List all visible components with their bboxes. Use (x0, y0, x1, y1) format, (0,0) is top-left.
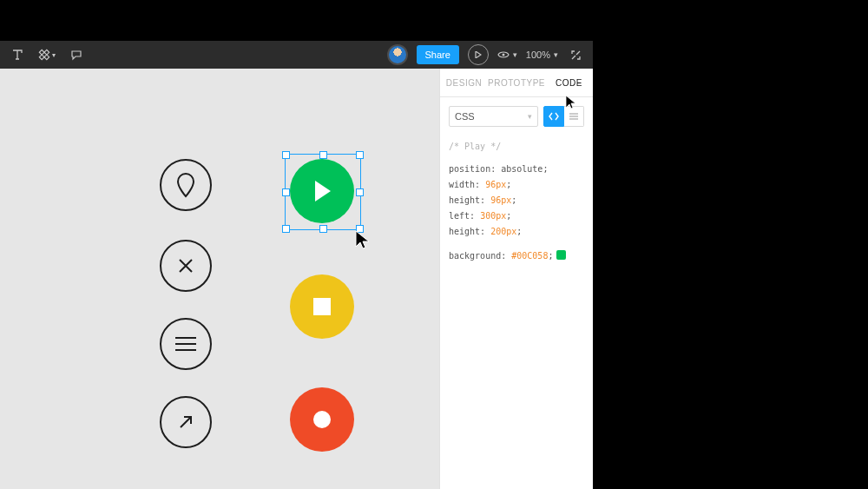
code-lang-value: CSS (455, 111, 475, 122)
comment-tool-icon[interactable] (68, 46, 85, 63)
present-button[interactable] (468, 44, 489, 65)
visibility-dropdown[interactable]: ▾ (497, 50, 517, 59)
inspector-panel: DESIGN PROTOTYPE CODE CSS ▾ /* Play */ (439, 69, 593, 489)
avatar[interactable] (387, 44, 408, 65)
text-tool-icon[interactable] (9, 46, 26, 63)
outline-menu-icon[interactable] (160, 318, 212, 370)
tab-code[interactable]: CODE (545, 78, 593, 88)
share-button[interactable]: Share (417, 45, 459, 64)
outline-close-icon[interactable] (160, 240, 212, 292)
zoom-label: 100% (526, 50, 550, 60)
svg-point-4 (502, 54, 504, 56)
outline-pin-icon[interactable] (160, 159, 212, 211)
code-lang-select[interactable]: CSS ▾ (449, 106, 538, 127)
chevron-down-icon: ▾ (528, 112, 532, 121)
record-shape[interactable] (290, 387, 354, 452)
code-output: /* Play */ position: absolute; width: 96… (440, 127, 593, 276)
svg-rect-2 (39, 50, 44, 55)
code-comment: /* Play */ (449, 139, 584, 155)
expand-icon[interactable] (567, 46, 584, 63)
code-view-list-icon[interactable] (564, 106, 584, 127)
zoom-level[interactable]: 100%▾ (526, 50, 558, 60)
tab-prototype[interactable]: PROTOTYPE (488, 78, 545, 88)
components-tool-icon[interactable]: ▾ (38, 46, 56, 63)
app-window: ▾ Share ▾ 100%▾ (0, 41, 593, 489)
stop-shape[interactable] (290, 274, 354, 339)
color-swatch (556, 250, 566, 260)
panel-tabs: DESIGN PROTOTYPE CODE (440, 69, 593, 97)
design-canvas[interactable] (0, 69, 440, 489)
code-lang-row: CSS ▾ (440, 97, 593, 127)
cursor-icon (355, 230, 371, 253)
outline-arrow-icon[interactable] (160, 396, 212, 448)
play-shape[interactable] (290, 159, 354, 223)
top-toolbar: ▾ Share ▾ 100%▾ (0, 41, 593, 69)
svg-rect-3 (44, 55, 49, 60)
code-view-code-icon[interactable] (543, 106, 564, 127)
tab-design[interactable]: DESIGN (440, 78, 488, 88)
code-view-toggle (543, 106, 584, 127)
